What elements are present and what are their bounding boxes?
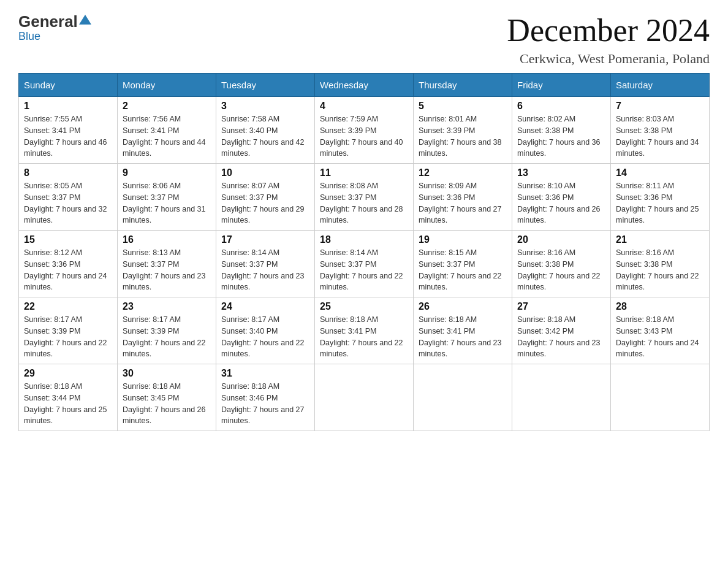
calendar-cell: 18Sunrise: 8:14 AMSunset: 3:37 PMDayligh… — [315, 231, 414, 297]
calendar-week-row: 15Sunrise: 8:12 AMSunset: 3:36 PMDayligh… — [19, 231, 710, 297]
month-title: December 2024 — [507, 12, 710, 48]
calendar-week-row: 1Sunrise: 7:55 AMSunset: 3:41 PMDaylight… — [19, 97, 710, 164]
day-info: Sunrise: 8:18 AMSunset: 3:44 PMDaylight:… — [24, 381, 112, 427]
day-number: 5 — [419, 101, 507, 112]
day-number: 11 — [320, 167, 408, 178]
day-number: 24 — [221, 301, 309, 312]
day-number: 18 — [320, 234, 408, 245]
logo: General Blue — [18, 12, 93, 43]
day-number: 28 — [616, 301, 704, 312]
day-number: 12 — [419, 167, 507, 178]
day-info: Sunrise: 8:14 AMSunset: 3:37 PMDaylight:… — [221, 247, 309, 293]
logo-triangle-icon — [78, 12, 92, 31]
calendar-cell — [611, 364, 710, 431]
day-number: 10 — [221, 167, 309, 178]
calendar-cell: 20Sunrise: 8:16 AMSunset: 3:38 PMDayligh… — [512, 231, 611, 297]
weekday-header-friday: Friday — [512, 74, 611, 97]
day-number: 25 — [320, 301, 408, 312]
calendar-cell: 12Sunrise: 8:09 AMSunset: 3:36 PMDayligh… — [414, 164, 512, 231]
day-number: 13 — [517, 167, 605, 178]
page-header: General Blue December 2024 Cerkwica, Wes… — [18, 12, 710, 67]
calendar-header: SundayMondayTuesdayWednesdayThursdayFrid… — [19, 74, 710, 97]
day-info: Sunrise: 8:12 AMSunset: 3:36 PMDaylight:… — [24, 247, 112, 293]
day-info: Sunrise: 8:17 AMSunset: 3:39 PMDaylight:… — [24, 314, 112, 360]
weekday-header-sunday: Sunday — [19, 74, 118, 97]
day-number: 15 — [24, 234, 112, 245]
day-number: 6 — [517, 101, 605, 112]
calendar-cell: 29Sunrise: 8:18 AMSunset: 3:44 PMDayligh… — [19, 364, 118, 431]
day-number: 30 — [123, 368, 211, 379]
weekday-header-monday: Monday — [118, 74, 216, 97]
calendar-week-row: 22Sunrise: 8:17 AMSunset: 3:39 PMDayligh… — [19, 297, 710, 364]
day-number: 9 — [123, 167, 211, 178]
calendar-cell: 23Sunrise: 8:17 AMSunset: 3:39 PMDayligh… — [118, 297, 216, 364]
day-number: 2 — [123, 101, 211, 112]
day-number: 17 — [221, 234, 309, 245]
day-info: Sunrise: 8:16 AMSunset: 3:38 PMDaylight:… — [616, 247, 704, 293]
day-number: 19 — [419, 234, 507, 245]
calendar-cell — [315, 364, 414, 431]
calendar-body: 1Sunrise: 7:55 AMSunset: 3:41 PMDaylight… — [19, 97, 710, 431]
calendar-cell: 5Sunrise: 8:01 AMSunset: 3:39 PMDaylight… — [414, 97, 512, 164]
calendar-table: SundayMondayTuesdayWednesdayThursdayFrid… — [18, 73, 710, 431]
calendar-cell: 17Sunrise: 8:14 AMSunset: 3:37 PMDayligh… — [216, 231, 315, 297]
day-info: Sunrise: 8:09 AMSunset: 3:36 PMDaylight:… — [419, 180, 507, 226]
day-info: Sunrise: 8:13 AMSunset: 3:37 PMDaylight:… — [123, 247, 211, 293]
day-info: Sunrise: 8:17 AMSunset: 3:39 PMDaylight:… — [123, 314, 211, 360]
day-number: 14 — [616, 167, 704, 178]
calendar-cell: 15Sunrise: 8:12 AMSunset: 3:36 PMDayligh… — [19, 231, 118, 297]
calendar-cell — [512, 364, 611, 431]
calendar-cell: 10Sunrise: 8:07 AMSunset: 3:37 PMDayligh… — [216, 164, 315, 231]
day-number: 20 — [517, 234, 605, 245]
calendar-cell: 6Sunrise: 8:02 AMSunset: 3:38 PMDaylight… — [512, 97, 611, 164]
svg-marker-0 — [79, 15, 91, 25]
day-number: 8 — [24, 167, 112, 178]
day-info: Sunrise: 8:11 AMSunset: 3:36 PMDaylight:… — [616, 180, 704, 226]
title-area: December 2024 Cerkwica, West Pomerania, … — [507, 12, 710, 67]
logo-general-text: General — [18, 12, 78, 31]
weekday-header-row: SundayMondayTuesdayWednesdayThursdayFrid… — [19, 74, 710, 97]
calendar-cell: 1Sunrise: 7:55 AMSunset: 3:41 PMDaylight… — [19, 97, 118, 164]
day-info: Sunrise: 8:18 AMSunset: 3:41 PMDaylight:… — [320, 314, 408, 360]
day-number: 31 — [221, 368, 309, 379]
calendar-cell: 25Sunrise: 8:18 AMSunset: 3:41 PMDayligh… — [315, 297, 414, 364]
calendar-cell: 14Sunrise: 8:11 AMSunset: 3:36 PMDayligh… — [611, 164, 710, 231]
calendar-cell: 26Sunrise: 8:18 AMSunset: 3:41 PMDayligh… — [414, 297, 512, 364]
calendar-cell: 9Sunrise: 8:06 AMSunset: 3:37 PMDaylight… — [118, 164, 216, 231]
day-number: 3 — [221, 101, 309, 112]
day-info: Sunrise: 7:56 AMSunset: 3:41 PMDaylight:… — [123, 113, 211, 159]
day-info: Sunrise: 8:18 AMSunset: 3:46 PMDaylight:… — [221, 381, 309, 427]
calendar-cell: 19Sunrise: 8:15 AMSunset: 3:37 PMDayligh… — [414, 231, 512, 297]
day-info: Sunrise: 8:14 AMSunset: 3:37 PMDaylight:… — [320, 247, 408, 293]
day-info: Sunrise: 8:18 AMSunset: 3:43 PMDaylight:… — [616, 314, 704, 360]
day-info: Sunrise: 8:01 AMSunset: 3:39 PMDaylight:… — [419, 113, 507, 159]
day-info: Sunrise: 7:58 AMSunset: 3:40 PMDaylight:… — [221, 113, 309, 159]
calendar-cell: 8Sunrise: 8:05 AMSunset: 3:37 PMDaylight… — [19, 164, 118, 231]
weekday-header-tuesday: Tuesday — [216, 74, 315, 97]
day-number: 29 — [24, 368, 112, 379]
day-info: Sunrise: 8:15 AMSunset: 3:37 PMDaylight:… — [419, 247, 507, 293]
calendar-cell: 22Sunrise: 8:17 AMSunset: 3:39 PMDayligh… — [19, 297, 118, 364]
day-number: 1 — [24, 101, 112, 112]
location-subtitle: Cerkwica, West Pomerania, Poland — [507, 51, 710, 67]
calendar-cell: 21Sunrise: 8:16 AMSunset: 3:38 PMDayligh… — [611, 231, 710, 297]
calendar-cell: 11Sunrise: 8:08 AMSunset: 3:37 PMDayligh… — [315, 164, 414, 231]
weekday-header-wednesday: Wednesday — [315, 74, 414, 97]
calendar-cell: 4Sunrise: 7:59 AMSunset: 3:39 PMDaylight… — [315, 97, 414, 164]
day-info: Sunrise: 8:18 AMSunset: 3:41 PMDaylight:… — [419, 314, 507, 360]
day-info: Sunrise: 7:59 AMSunset: 3:39 PMDaylight:… — [320, 113, 408, 159]
calendar-cell: 13Sunrise: 8:10 AMSunset: 3:36 PMDayligh… — [512, 164, 611, 231]
calendar-cell: 3Sunrise: 7:58 AMSunset: 3:40 PMDaylight… — [216, 97, 315, 164]
day-info: Sunrise: 8:16 AMSunset: 3:38 PMDaylight:… — [517, 247, 605, 293]
day-info: Sunrise: 8:18 AMSunset: 3:42 PMDaylight:… — [517, 314, 605, 360]
calendar-cell: 16Sunrise: 8:13 AMSunset: 3:37 PMDayligh… — [118, 231, 216, 297]
weekday-header-saturday: Saturday — [611, 74, 710, 97]
day-info: Sunrise: 8:08 AMSunset: 3:37 PMDaylight:… — [320, 180, 408, 226]
logo-blue-text: Blue — [18, 30, 40, 43]
calendar-cell: 7Sunrise: 8:03 AMSunset: 3:38 PMDaylight… — [611, 97, 710, 164]
day-number: 4 — [320, 101, 408, 112]
day-info: Sunrise: 8:02 AMSunset: 3:38 PMDaylight:… — [517, 113, 605, 159]
calendar-cell: 27Sunrise: 8:18 AMSunset: 3:42 PMDayligh… — [512, 297, 611, 364]
calendar-week-row: 29Sunrise: 8:18 AMSunset: 3:44 PMDayligh… — [19, 364, 710, 431]
day-number: 16 — [123, 234, 211, 245]
